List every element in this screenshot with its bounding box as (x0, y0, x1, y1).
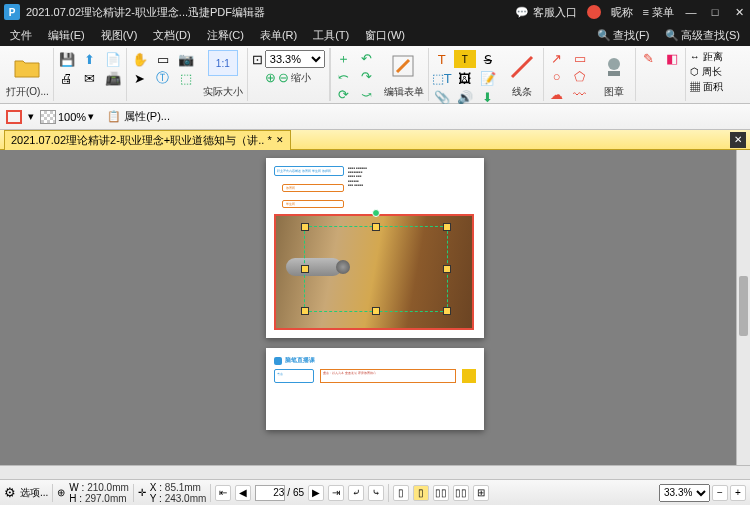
page-thumbnail-1[interactable]: 职业理念内容概述 教育观 学生观 教师观 教育观 学生观 ■■■■ ■■■■■■… (266, 158, 484, 338)
dropdown-icon[interactable]: ▾ (88, 110, 94, 123)
hand-icon[interactable]: ✋ (129, 50, 151, 68)
polyline-tool-icon[interactable]: 〰 (569, 86, 591, 103)
rect-tool-icon[interactable]: ▭ (569, 50, 591, 67)
menu-window[interactable]: 窗口(W) (361, 26, 409, 45)
page-thumbnail-2[interactable]: 脑笔直播课 考点 重点：以人为本 全面发展 素质教育核心 (266, 348, 484, 430)
mail-icon[interactable]: ✉ (79, 69, 101, 87)
eraser-icon[interactable]: ◧ (661, 50, 683, 67)
forward-button[interactable]: ⤷ (368, 485, 384, 501)
scrollbar-thumb[interactable] (739, 276, 748, 336)
ellipse-tool-icon[interactable]: ○ (546, 68, 568, 85)
single-page-icon[interactable]: ▯ (393, 485, 409, 501)
prev-page-button[interactable]: ◀ (235, 485, 251, 501)
menu-tools[interactable]: 工具(T) (309, 26, 353, 45)
options-gear-icon[interactable]: ⚙ (4, 485, 16, 500)
rotate-right-icon[interactable]: ↷ (356, 68, 378, 85)
select-icon[interactable]: ▭ (152, 50, 174, 68)
save-icon[interactable]: 💾 (56, 50, 78, 68)
resize-handle-mr[interactable] (443, 265, 451, 273)
perimeter-tool[interactable]: ⬡ 周长 (690, 65, 723, 79)
dropdown-icon[interactable]: ▾ (28, 110, 34, 123)
actual-size-button[interactable]: 1:1 (208, 50, 238, 76)
last-page-button[interactable]: ⇥ (328, 485, 344, 501)
cloud-tool-icon[interactable]: ☁ (546, 86, 568, 103)
menu-button[interactable]: ≡ 菜单 (643, 5, 674, 20)
find-button[interactable]: 🔍查找(F) (593, 26, 653, 45)
scan-icon[interactable]: 📠 (102, 69, 124, 87)
polygon-tool-icon[interactable]: ⬠ (569, 68, 591, 85)
redo-icon[interactable]: ⤻ (356, 86, 378, 103)
page-number-input[interactable] (255, 485, 285, 501)
continuous-icon[interactable]: ▯ (413, 485, 429, 501)
selected-image-object[interactable] (274, 214, 474, 330)
resize-handle-ml[interactable] (301, 265, 309, 273)
rotate-left-icon[interactable]: ↶ (356, 50, 378, 67)
options-button[interactable]: 选项... (20, 486, 48, 500)
back-button[interactable]: ⤶ (348, 485, 364, 501)
text-select-icon[interactable]: Ⓣ (152, 69, 174, 87)
user-avatar[interactable] (587, 5, 601, 19)
zoom-out-button[interactable]: − (712, 485, 728, 501)
cursor-icon[interactable]: ➤ (129, 69, 151, 87)
status-zoom-select[interactable]: 33.3% (659, 484, 710, 502)
refresh-icon[interactable]: ⟳ (333, 86, 355, 103)
resize-handle-tl[interactable] (301, 223, 309, 231)
rotate-handle[interactable] (372, 209, 380, 217)
fit-page-icon[interactable]: ⊡ (252, 52, 263, 67)
text-box-icon[interactable]: ⬚T (431, 69, 453, 87)
snapshot-icon[interactable]: 📷 (175, 50, 197, 68)
line-tool-button[interactable] (505, 50, 539, 84)
stamp-button[interactable] (597, 50, 631, 84)
vertical-scrollbar[interactable] (736, 150, 750, 465)
zoom-in-button[interactable]: + (730, 485, 746, 501)
close-button[interactable]: ✕ (732, 5, 746, 19)
plus-icon[interactable]: ＋ (333, 50, 355, 67)
link-icon[interactable]: ⬚ (175, 69, 197, 87)
menu-comment[interactable]: 注释(C) (203, 26, 248, 45)
horizontal-scrollbar[interactable] (0, 465, 750, 479)
opacity-swatch[interactable] (40, 110, 56, 124)
zoom-in-icon[interactable]: ⊕ (265, 70, 276, 85)
undo-icon[interactable]: ⤺ (333, 68, 355, 85)
maximize-button[interactable]: □ (708, 5, 722, 19)
convert-icon[interactable]: 📄 (102, 50, 124, 68)
menu-edit[interactable]: 编辑(E) (44, 26, 89, 45)
stroke-color-swatch[interactable] (6, 110, 22, 124)
tab-close-icon[interactable]: ✕ (276, 135, 284, 145)
document-workspace[interactable]: 职业理念内容概述 教育观 学生观 教师观 教育观 学生观 ■■■■ ■■■■■■… (0, 150, 750, 465)
nickname[interactable]: 昵称 (611, 5, 633, 20)
first-page-button[interactable]: ⇤ (215, 485, 231, 501)
text-edit-icon[interactable]: T (431, 50, 453, 68)
area-tool[interactable]: ▦ 面积 (690, 80, 723, 94)
layout-icon[interactable]: ⊞ (473, 485, 489, 501)
next-page-button[interactable]: ▶ (308, 485, 324, 501)
strikeout-icon[interactable]: S̶ (477, 50, 499, 68)
edit-form-button[interactable] (387, 50, 421, 84)
zoom-out-icon[interactable]: ⊖ (278, 70, 289, 85)
menu-file[interactable]: 文件 (6, 26, 36, 45)
facing-icon[interactable]: ▯▯ (433, 485, 449, 501)
menu-form[interactable]: 表单(R) (256, 26, 301, 45)
note-icon[interactable]: 📝 (477, 69, 499, 87)
facing-continuous-icon[interactable]: ▯▯ (453, 485, 469, 501)
pencil-icon[interactable]: ✎ (638, 50, 660, 67)
arrow-tool-icon[interactable]: ↗ (546, 50, 568, 67)
resize-handle-tr[interactable] (443, 223, 451, 231)
export-icon[interactable]: ⬆ (79, 50, 101, 68)
resize-handle-tc[interactable] (372, 223, 380, 231)
highlight-icon[interactable]: T (454, 50, 476, 68)
document-tab[interactable]: 2021.07.02理论精讲2-职业理念+职业道德知与（讲.. * ✕ (4, 130, 291, 150)
distance-tool[interactable]: ↔ 距离 (690, 50, 723, 64)
service-link[interactable]: 💬 客服入口 (515, 5, 576, 20)
minimize-button[interactable]: — (684, 5, 698, 19)
resize-handle-bc[interactable] (372, 307, 380, 315)
image-icon[interactable]: 🖼 (454, 69, 476, 87)
open-button[interactable] (10, 50, 44, 84)
menu-view[interactable]: 视图(V) (97, 26, 142, 45)
crop-selection[interactable] (304, 226, 448, 312)
properties-button[interactable]: 📋 属性(P)... (100, 106, 177, 127)
resize-handle-br[interactable] (443, 307, 451, 315)
menu-doc[interactable]: 文档(D) (149, 26, 194, 45)
zoom-select[interactable]: 33.3% (265, 50, 325, 68)
resize-handle-bl[interactable] (301, 307, 309, 315)
